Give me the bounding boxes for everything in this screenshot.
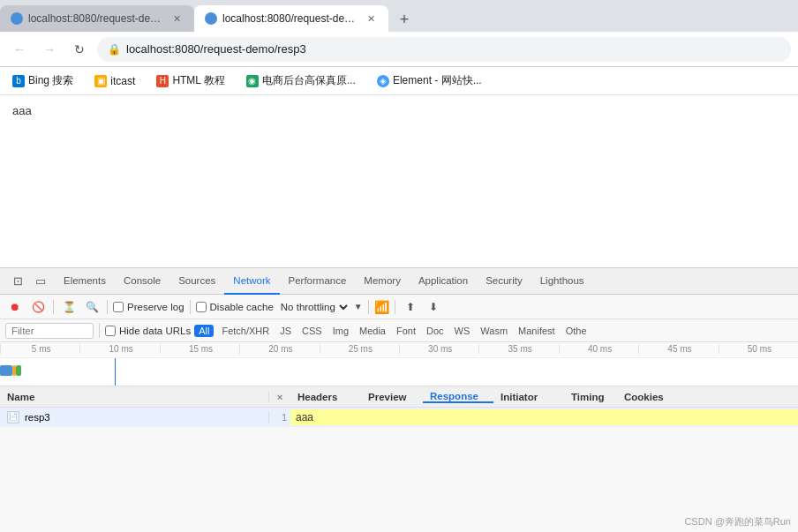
devtools-panel: ⊡ ▭ Elements Console Sources Network Per… (0, 267, 798, 532)
tab-security[interactable]: Security (477, 268, 531, 295)
bookmark-html[interactable]: H HTML 教程 (151, 71, 230, 91)
address-bar: ← → ↻ 🔒 localhost:8080/request-demo/resp… (0, 32, 798, 67)
network-table: Name × Headers Preview Response Initiato… (0, 386, 798, 532)
search-icon[interactable]: 🔍 (82, 297, 102, 317)
filter-tag-js[interactable]: JS (275, 325, 296, 337)
bookmark-bing-label: Bing 搜索 (28, 73, 73, 88)
tick-20ms: 20 ms (239, 344, 319, 354)
tick-10ms: 10 ms (79, 344, 159, 354)
tab-performance[interactable]: Performance (280, 268, 356, 295)
devtools-device-icon[interactable]: ▭ (30, 271, 51, 292)
bookmark-element[interactable]: ◈ Element - 网站快... (372, 71, 487, 91)
tab-2[interactable]: localhost:8080/request-demo/ ✕ (194, 5, 388, 32)
devtools-icon-group: ⊡ ▭ (4, 271, 55, 292)
back-button[interactable]: ← (7, 37, 32, 62)
devtools-inspect-icon[interactable]: ⊡ (7, 271, 28, 292)
col-header-preview: Preview (361, 392, 423, 402)
browser-chrome: localhost:8080/request-demo/ ✕ localhost… (0, 0, 798, 532)
page-text: aaa (12, 104, 32, 117)
record-button[interactable]: ⏺ (5, 297, 25, 317)
filter-bar: Hide data URLs All Fetch/XHR JS CSS Img … (0, 319, 798, 342)
new-tab-button[interactable]: + (392, 7, 417, 32)
filter-tag-ws[interactable]: WS (450, 325, 475, 337)
network-row-resp3[interactable]: 📄 resp3 1 aaa (0, 408, 798, 427)
url-bar[interactable]: 🔒 localhost:8080/request-demo/resp3 (97, 37, 791, 62)
tab-1-title: localhost:8080/request-demo/ (28, 12, 164, 25)
filter-tag-doc[interactable]: Doc (422, 325, 448, 337)
col-header-response: Response (423, 391, 493, 403)
bookmark-ecom[interactable]: ◉ 电商后台高保真原... (241, 71, 361, 91)
filter-tag-img[interactable]: Img (328, 325, 353, 337)
separator-3 (190, 300, 191, 314)
response-content: aaa (290, 409, 798, 425)
tab-sources[interactable]: Sources (169, 268, 224, 295)
upload-icon[interactable]: ⬆ (401, 297, 420, 317)
bookmarks-bar: b Bing 搜索 ▣ itcast H HTML 教程 ◉ 电商后台高保真原.… (0, 67, 798, 95)
timeline-chart (0, 358, 798, 386)
response-line-number: 1 (269, 412, 290, 423)
filter-tag-other[interactable]: Othe (561, 325, 591, 337)
devtools-tab-bar: ⊡ ▭ Elements Console Sources Network Per… (0, 268, 798, 295)
filter-tag-fetch[interactable]: Fetch/XHR (217, 325, 274, 337)
tick-25ms: 25 ms (320, 344, 399, 354)
bookmark-itcast-label: itcast (110, 75, 135, 87)
tab-1-favicon (11, 12, 23, 25)
tick-45ms: 45 ms (638, 344, 718, 354)
tick-5ms: 5 ms (0, 344, 79, 354)
tab-2-title: localhost:8080/request-demo/ (222, 12, 358, 25)
separator-2 (107, 300, 108, 314)
filter-tag-css[interactable]: CSS (297, 325, 327, 337)
file-icon-resp3: 📄 (7, 411, 19, 423)
tab-application[interactable]: Application (410, 268, 477, 295)
wifi-icon: 📶 (374, 300, 389, 314)
filter-sep (99, 324, 100, 338)
timeline-marker (115, 358, 116, 386)
col-header-initiator: Initiator (493, 392, 564, 402)
tab-1-close[interactable]: ✕ (169, 11, 184, 26)
lock-icon: 🔒 (108, 43, 121, 56)
clear-button[interactable]: 🚫 (28, 297, 48, 317)
filter-tag-all[interactable]: All (194, 325, 214, 337)
element-icon: ◈ (377, 75, 389, 87)
tab-elements[interactable]: Elements (55, 268, 115, 295)
filter-tag-media[interactable]: Media (355, 325, 390, 337)
filter-input[interactable] (5, 323, 94, 339)
hide-data-urls-checkbox[interactable]: Hide data URLs (105, 326, 191, 336)
download-icon[interactable]: ⬇ (424, 297, 443, 317)
disable-cache-checkbox[interactable]: Disable cache (196, 302, 274, 312)
tab-2-close[interactable]: ✕ (364, 11, 378, 26)
devtools-toolbar: ⏺ 🚫 ⏳ 🔍 Preserve log Disable cache No th… (0, 295, 798, 319)
tick-40ms: 40 ms (559, 344, 638, 354)
forward-button[interactable]: → (37, 37, 62, 62)
preserve-log-checkbox[interactable]: Preserve log (113, 302, 184, 312)
tab-2-favicon (205, 12, 217, 25)
col-header-headers: Headers (290, 392, 361, 402)
bookmark-element-label: Element - 网站快... (393, 73, 482, 88)
tab-console[interactable]: Console (115, 268, 169, 295)
bookmark-itcast[interactable]: ▣ itcast (89, 72, 140, 90)
row-name-resp3: 📄 resp3 (0, 411, 269, 423)
tab-bar: localhost:8080/request-demo/ ✕ localhost… (0, 0, 798, 32)
tick-30ms: 30 ms (399, 344, 478, 354)
hide-data-urls-input[interactable] (105, 326, 116, 336)
separator-1 (53, 300, 54, 314)
filter-tag-manifest[interactable]: Manifest (514, 325, 560, 337)
tab-network[interactable]: Network (224, 268, 279, 295)
filter-tag-wasm[interactable]: Wasm (476, 325, 512, 337)
tab-memory[interactable]: Memory (355, 268, 410, 295)
col-header-timing: Timing (564, 392, 617, 402)
bookmark-bing[interactable]: b Bing 搜索 (7, 71, 79, 91)
disable-cache-input[interactable] (196, 302, 207, 312)
reload-button[interactable]: ↻ (67, 37, 92, 62)
tab-lighthouse[interactable]: Lighthous (531, 268, 593, 295)
tab-1[interactable]: localhost:8080/request-demo/ ✕ (0, 5, 194, 32)
filter-icon[interactable]: ⏳ (59, 297, 79, 317)
filter-tags-group: Fetch/XHR JS CSS Img Media Font Doc WS W… (217, 325, 591, 337)
throttling-select[interactable]: No throttlingFast 3GSlow 3GOffline (277, 301, 350, 313)
bookmark-html-label: HTML 教程 (172, 73, 225, 88)
col-header-x[interactable]: × (269, 392, 290, 402)
bing-icon: b (12, 75, 25, 87)
throttling-arrow: ▼ (354, 302, 363, 311)
filter-tag-font[interactable]: Font (392, 325, 420, 337)
preserve-log-input[interactable] (113, 302, 124, 312)
